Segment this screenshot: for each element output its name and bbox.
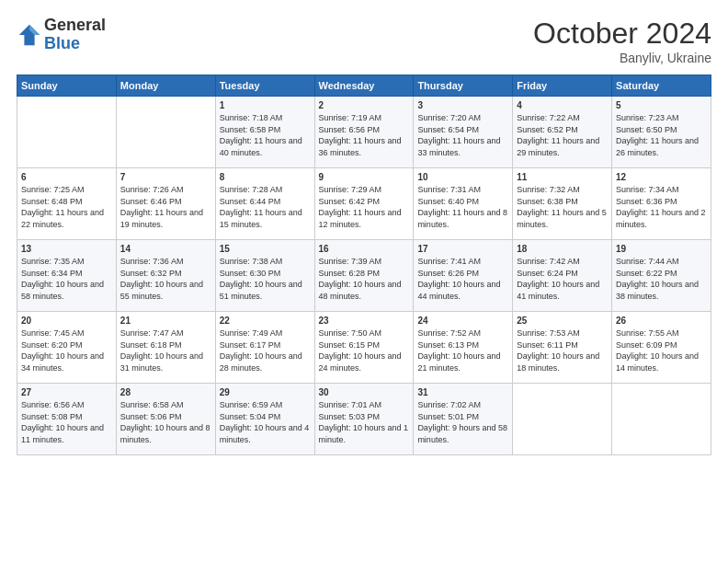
day-cell: 15Sunrise: 7:38 AMSunset: 6:30 PMDayligh…	[215, 240, 314, 312]
day-number: 5	[616, 100, 707, 110]
week-row-2: 6Sunrise: 7:25 AMSunset: 6:48 PMDaylight…	[17, 168, 711, 240]
day-details: Sunrise: 7:19 AMSunset: 6:56 PMDaylight:…	[319, 113, 402, 157]
day-details: Sunrise: 7:25 AMSunset: 6:48 PMDaylight:…	[21, 185, 104, 229]
day-cell: 27Sunrise: 6:56 AMSunset: 5:08 PMDayligh…	[17, 384, 117, 455]
day-number: 20	[21, 316, 112, 326]
day-details: Sunrise: 7:02 AMSunset: 5:01 PMDaylight:…	[417, 400, 507, 444]
day-cell: 16Sunrise: 7:39 AMSunset: 6:28 PMDayligh…	[314, 240, 414, 312]
day-details: Sunrise: 7:28 AMSunset: 6:44 PMDaylight:…	[220, 185, 302, 229]
day-details: Sunrise: 7:32 AMSunset: 6:38 PMDaylight:…	[517, 185, 607, 229]
week-row-5: 27Sunrise: 6:56 AMSunset: 5:08 PMDayligh…	[17, 384, 711, 455]
day-number: 26	[616, 316, 707, 326]
day-number: 6	[21, 172, 112, 182]
day-details: Sunrise: 7:47 AMSunset: 6:18 PMDaylight:…	[120, 328, 203, 373]
day-number: 10	[417, 172, 508, 182]
day-details: Sunrise: 7:45 AMSunset: 6:20 PMDaylight:…	[21, 328, 104, 373]
day-number: 22	[220, 316, 311, 326]
weekday-header-tuesday: Tuesday	[215, 75, 314, 97]
day-cell: 1Sunrise: 7:18 AMSunset: 6:58 PMDaylight…	[215, 97, 314, 168]
day-number: 15	[220, 244, 311, 254]
day-details: Sunrise: 7:39 AMSunset: 6:28 PMDaylight:…	[319, 257, 402, 301]
day-number: 18	[517, 244, 608, 254]
day-cell	[116, 97, 215, 168]
day-number: 17	[417, 244, 508, 254]
day-cell: 30Sunrise: 7:01 AMSunset: 5:03 PMDayligh…	[314, 384, 414, 455]
day-details: Sunrise: 6:59 AMSunset: 5:04 PMDaylight:…	[220, 400, 310, 444]
page-header: General Blue October 2024 Banyliv, Ukrai…	[17, 17, 711, 65]
day-cell: 25Sunrise: 7:53 AMSunset: 6:11 PMDayligh…	[513, 312, 612, 384]
day-cell: 8Sunrise: 7:28 AMSunset: 6:44 PMDaylight…	[215, 168, 314, 240]
day-number: 13	[21, 244, 112, 254]
day-cell: 31Sunrise: 7:02 AMSunset: 5:01 PMDayligh…	[414, 384, 513, 455]
week-row-1: 1Sunrise: 7:18 AMSunset: 6:58 PMDaylight…	[17, 97, 711, 168]
weekday-header-row: SundayMondayTuesdayWednesdayThursdayFrid…	[17, 75, 711, 97]
weekday-header-thursday: Thursday	[414, 75, 513, 97]
day-number: 30	[319, 387, 410, 397]
day-number: 19	[616, 244, 707, 254]
day-number: 14	[120, 244, 211, 254]
day-details: Sunrise: 7:53 AMSunset: 6:11 PMDaylight:…	[517, 328, 599, 373]
logo: General Blue	[17, 17, 106, 53]
day-cell: 6Sunrise: 7:25 AMSunset: 6:48 PMDaylight…	[17, 168, 117, 240]
month-title: October 2024	[533, 17, 711, 51]
day-details: Sunrise: 7:01 AMSunset: 5:03 PMDaylight:…	[319, 400, 409, 444]
weekday-header-monday: Monday	[116, 75, 215, 97]
day-number: 11	[517, 172, 608, 182]
day-cell: 23Sunrise: 7:50 AMSunset: 6:15 PMDayligh…	[314, 312, 414, 384]
day-cell: 12Sunrise: 7:34 AMSunset: 6:36 PMDayligh…	[612, 168, 711, 240]
day-details: Sunrise: 7:26 AMSunset: 6:46 PMDaylight:…	[120, 185, 203, 229]
day-cell: 20Sunrise: 7:45 AMSunset: 6:20 PMDayligh…	[17, 312, 117, 384]
day-details: Sunrise: 7:22 AMSunset: 6:52 PMDaylight:…	[517, 113, 599, 157]
logo-icon	[17, 22, 42, 48]
day-details: Sunrise: 6:56 AMSunset: 5:08 PMDaylight:…	[21, 400, 104, 444]
day-details: Sunrise: 6:58 AMSunset: 5:06 PMDaylight:…	[120, 400, 210, 444]
day-details: Sunrise: 7:34 AMSunset: 6:36 PMDaylight:…	[616, 185, 706, 229]
day-number: 12	[616, 172, 707, 182]
calendar-table: SundayMondayTuesdayWednesdayThursdayFrid…	[17, 75, 711, 455]
day-number: 21	[120, 316, 211, 326]
day-details: Sunrise: 7:23 AMSunset: 6:50 PMDaylight:…	[616, 113, 699, 157]
location: Banyliv, Ukraine	[533, 51, 711, 65]
day-cell: 7Sunrise: 7:26 AMSunset: 6:46 PMDaylight…	[116, 168, 215, 240]
day-details: Sunrise: 7:42 AMSunset: 6:24 PMDaylight:…	[517, 257, 599, 301]
day-cell: 28Sunrise: 6:58 AMSunset: 5:06 PMDayligh…	[116, 384, 215, 455]
day-cell: 4Sunrise: 7:22 AMSunset: 6:52 PMDaylight…	[513, 97, 612, 168]
day-number: 2	[319, 100, 410, 110]
day-number: 29	[220, 387, 311, 397]
day-details: Sunrise: 7:20 AMSunset: 6:54 PMDaylight:…	[417, 113, 500, 157]
day-cell: 14Sunrise: 7:36 AMSunset: 6:32 PMDayligh…	[116, 240, 215, 312]
day-number: 25	[517, 316, 608, 326]
day-details: Sunrise: 7:55 AMSunset: 6:09 PMDaylight:…	[616, 328, 699, 373]
day-cell: 24Sunrise: 7:52 AMSunset: 6:13 PMDayligh…	[414, 312, 513, 384]
logo-blue-text: Blue	[44, 34, 80, 52]
day-details: Sunrise: 7:18 AMSunset: 6:58 PMDaylight:…	[220, 113, 302, 157]
day-cell: 13Sunrise: 7:35 AMSunset: 6:34 PMDayligh…	[17, 240, 117, 312]
day-cell: 22Sunrise: 7:49 AMSunset: 6:17 PMDayligh…	[215, 312, 314, 384]
day-cell: 29Sunrise: 6:59 AMSunset: 5:04 PMDayligh…	[215, 384, 314, 455]
day-number: 3	[417, 100, 508, 110]
day-details: Sunrise: 7:29 AMSunset: 6:42 PMDaylight:…	[319, 185, 402, 229]
day-details: Sunrise: 7:50 AMSunset: 6:15 PMDaylight:…	[319, 328, 402, 373]
day-cell	[513, 384, 612, 455]
day-number: 23	[319, 316, 410, 326]
day-number: 31	[417, 387, 508, 397]
weekday-header-sunday: Sunday	[17, 75, 117, 97]
day-cell: 9Sunrise: 7:29 AMSunset: 6:42 PMDaylight…	[314, 168, 414, 240]
day-number: 24	[417, 316, 508, 326]
weekday-header-wednesday: Wednesday	[314, 75, 414, 97]
day-number: 16	[319, 244, 410, 254]
day-cell	[17, 97, 117, 168]
day-details: Sunrise: 7:49 AMSunset: 6:17 PMDaylight:…	[220, 328, 302, 373]
weekday-header-friday: Friday	[513, 75, 612, 97]
day-cell: 26Sunrise: 7:55 AMSunset: 6:09 PMDayligh…	[612, 312, 711, 384]
day-cell: 11Sunrise: 7:32 AMSunset: 6:38 PMDayligh…	[513, 168, 612, 240]
week-row-3: 13Sunrise: 7:35 AMSunset: 6:34 PMDayligh…	[17, 240, 711, 312]
day-cell: 21Sunrise: 7:47 AMSunset: 6:18 PMDayligh…	[116, 312, 215, 384]
day-details: Sunrise: 7:41 AMSunset: 6:26 PMDaylight:…	[417, 257, 500, 301]
day-cell: 18Sunrise: 7:42 AMSunset: 6:24 PMDayligh…	[513, 240, 612, 312]
day-details: Sunrise: 7:36 AMSunset: 6:32 PMDaylight:…	[120, 257, 203, 301]
day-number: 9	[319, 172, 410, 182]
day-cell: 2Sunrise: 7:19 AMSunset: 6:56 PMDaylight…	[314, 97, 414, 168]
title-block: October 2024 Banyliv, Ukraine	[533, 17, 711, 65]
day-number: 1	[220, 100, 311, 110]
